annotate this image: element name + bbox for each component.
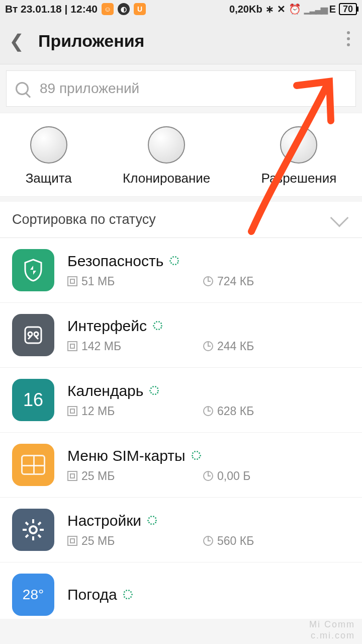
battery-icon: 70 bbox=[339, 3, 357, 15]
app-icon-security bbox=[12, 249, 54, 291]
app-item-weather[interactable]: 28° Погода bbox=[0, 562, 362, 619]
sort-label: Сортировка по статусу bbox=[12, 212, 156, 227]
search-section: 89 приложений bbox=[0, 64, 362, 113]
app-name: Календарь bbox=[67, 382, 143, 399]
svg-point-3 bbox=[30, 526, 37, 533]
app-item-interface[interactable]: Интерфейс 142 МБ 244 КБ bbox=[0, 303, 362, 368]
app-cache: 0,00 Б bbox=[217, 469, 250, 483]
app-name: Безопасность bbox=[67, 253, 163, 270]
search-icon bbox=[16, 82, 29, 95]
quick-item-permissions[interactable]: Разрешения bbox=[261, 126, 337, 186]
status-datetime: Вт 23.01.18 | 12:40 bbox=[5, 3, 98, 15]
search-placeholder: 89 приложений bbox=[40, 80, 139, 97]
app-icon-weather: 28° bbox=[12, 574, 54, 616]
svg-line-9 bbox=[38, 535, 41, 537]
cache-icon bbox=[203, 471, 213, 481]
app-storage: 12 МБ bbox=[81, 405, 115, 418]
svg-rect-0 bbox=[25, 327, 41, 343]
running-indicator-icon bbox=[147, 516, 157, 526]
app-icon-calendar: 16 bbox=[12, 379, 54, 421]
network-type: E bbox=[329, 4, 336, 15]
app-cache: 724 КБ bbox=[217, 275, 254, 288]
vibrate-icon: ✕ bbox=[277, 3, 286, 15]
running-indicator-icon bbox=[169, 256, 179, 266]
cache-icon bbox=[203, 406, 213, 416]
status-right: 0,20Kb ∗ ✕ ⏰ ▁▂▃▅ E 70 bbox=[229, 3, 357, 15]
running-indicator-icon bbox=[192, 451, 202, 461]
app-icon-interface bbox=[12, 314, 54, 356]
quick-label: Клонирование bbox=[123, 171, 210, 186]
app-item-settings[interactable]: Настройки 25 МБ 560 КБ bbox=[0, 498, 362, 562]
status-app-icon-2: ◐ bbox=[118, 3, 130, 15]
watermark: Mi Comm c.mi.com bbox=[309, 619, 355, 641]
app-storage: 51 МБ bbox=[81, 275, 115, 288]
status-app-icon-1: ☺ bbox=[102, 3, 114, 15]
svg-line-10 bbox=[38, 522, 41, 525]
app-item-security[interactable]: Безопасность 51 МБ 724 КБ bbox=[0, 238, 362, 303]
quick-circle-icon bbox=[148, 126, 185, 164]
storage-icon bbox=[67, 536, 77, 546]
quick-label: Защита bbox=[26, 171, 72, 186]
status-left: Вт 23.01.18 | 12:40 ☺ ◐ U bbox=[5, 3, 146, 15]
storage-icon bbox=[67, 471, 77, 481]
overflow-menu-button[interactable] bbox=[347, 31, 350, 46]
storage-icon bbox=[67, 276, 77, 286]
cache-icon bbox=[203, 536, 213, 546]
app-name: Интерфейс bbox=[67, 317, 147, 335]
svg-line-11 bbox=[26, 535, 28, 537]
quick-shortcuts: Защита Клонирование Разрешения bbox=[0, 113, 362, 197]
app-name: Настройки bbox=[67, 512, 141, 529]
app-storage: 25 МБ bbox=[81, 534, 115, 548]
status-data-rate: 0,20Kb bbox=[229, 4, 262, 15]
storage-icon bbox=[67, 406, 77, 416]
app-icon-sim bbox=[12, 444, 54, 486]
quick-item-protection[interactable]: Защита bbox=[26, 126, 72, 186]
app-icon-settings bbox=[12, 509, 54, 551]
sort-row[interactable]: Сортировка по статусу bbox=[0, 202, 362, 238]
search-input[interactable]: 89 приложений bbox=[6, 70, 356, 107]
app-storage: 142 МБ bbox=[81, 340, 121, 353]
back-button[interactable]: ❮ bbox=[9, 31, 24, 52]
app-cache: 244 КБ bbox=[217, 340, 254, 353]
app-name: Меню SIM-карты bbox=[67, 447, 186, 464]
svg-line-8 bbox=[26, 522, 28, 525]
app-item-calendar[interactable]: 16 Календарь 12 МБ 628 КБ bbox=[0, 368, 362, 433]
quick-circle-icon bbox=[30, 126, 67, 164]
running-indicator-icon bbox=[149, 386, 159, 396]
page-title: Приложения bbox=[38, 31, 144, 51]
svg-point-1 bbox=[28, 332, 32, 336]
app-list: Безопасность 51 МБ 724 КБ Интерфейс 142 … bbox=[0, 238, 362, 619]
running-indicator-icon bbox=[153, 321, 163, 331]
quick-item-cloning[interactable]: Клонирование bbox=[123, 126, 210, 186]
svg-point-2 bbox=[34, 332, 38, 336]
running-indicator-icon bbox=[123, 590, 133, 600]
alarm-icon: ⏰ bbox=[289, 3, 301, 15]
cache-icon bbox=[203, 276, 213, 286]
header: ❮ Приложения bbox=[0, 18, 362, 64]
signal-icon: ▁▂▃▅ bbox=[304, 4, 326, 15]
app-cache: 560 КБ bbox=[217, 534, 254, 548]
app-name: Погода bbox=[67, 586, 117, 603]
bluetooth-icon: ∗ bbox=[265, 3, 274, 15]
quick-circle-icon bbox=[280, 126, 317, 164]
chevron-down-icon bbox=[330, 208, 349, 227]
app-storage: 25 МБ bbox=[81, 469, 115, 483]
app-cache: 628 КБ bbox=[217, 405, 254, 418]
cache-icon bbox=[203, 341, 213, 351]
status-app-icon-3: U bbox=[134, 3, 146, 15]
app-item-sim[interactable]: Меню SIM-карты 25 МБ 0,00 Б bbox=[0, 433, 362, 498]
status-bar: Вт 23.01.18 | 12:40 ☺ ◐ U 0,20Kb ∗ ✕ ⏰ ▁… bbox=[0, 0, 362, 18]
storage-icon bbox=[67, 341, 77, 351]
quick-label: Разрешения bbox=[261, 171, 337, 186]
